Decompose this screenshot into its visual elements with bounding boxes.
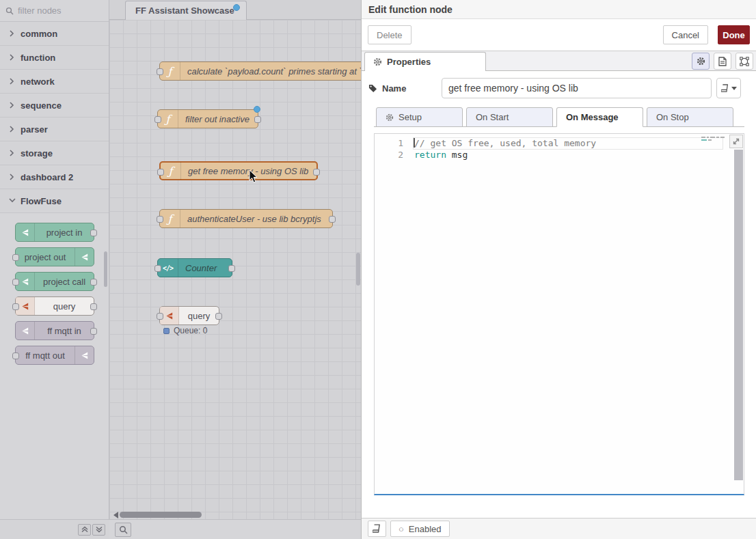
function-node-filter-out-inactive[interactable]: ƒ filter out inactive bbox=[157, 109, 258, 128]
flow-workspace[interactable]: FF Assistant Showcase ƒ calculate `paylo… bbox=[109, 0, 361, 539]
palette-node-query[interactable]: query bbox=[15, 296, 94, 316]
node-port[interactable] bbox=[90, 279, 97, 286]
palette-node-project-in[interactable]: project in bbox=[15, 223, 94, 242]
function-node-calculate-primes[interactable]: ƒ calculate `payload.count` primes start… bbox=[159, 61, 361, 81]
editor-scrollbar[interactable] bbox=[734, 150, 743, 480]
node-port[interactable] bbox=[157, 68, 163, 75]
palette-node-label: query bbox=[35, 301, 94, 312]
node-port[interactable] bbox=[254, 116, 261, 123]
caret-down-icon bbox=[731, 87, 737, 90]
editor-expand-button[interactable] bbox=[729, 135, 743, 148]
node-port[interactable] bbox=[329, 216, 336, 223]
palette-category-sequence[interactable]: sequence bbox=[0, 94, 109, 118]
palette-category-common[interactable]: common bbox=[0, 22, 109, 46]
node-enabled-toggle[interactable]: ○ Enabled bbox=[390, 521, 450, 537]
code-line[interactable]: 2 return msg bbox=[375, 149, 744, 161]
code-keyword: return bbox=[414, 150, 446, 160]
code-line[interactable]: 1 // get OS free, used, total memory bbox=[375, 137, 744, 149]
palette-category-label: storage bbox=[21, 148, 53, 158]
node-red-editor: common function network sequence parser … bbox=[0, 0, 756, 539]
palette-collapse-categories-button[interactable] bbox=[78, 524, 91, 536]
palette-category-label: common bbox=[21, 29, 57, 39]
cancel-button[interactable]: Cancel bbox=[663, 25, 708, 44]
node-port[interactable] bbox=[228, 265, 235, 272]
palette-node-project-call[interactable]: project call bbox=[15, 272, 94, 291]
function-node-get-free-memory[interactable]: ƒ get free memory - using OS lib bbox=[159, 161, 318, 180]
palette-category-function[interactable]: function bbox=[0, 46, 109, 70]
tab-setup[interactable]: Setup bbox=[376, 107, 463, 127]
flow-tab-label: FF Assistant Showcase bbox=[135, 5, 234, 16]
panel-title: Edit function node bbox=[368, 4, 453, 15]
double-chevron-up-icon bbox=[81, 526, 88, 533]
palette-node-ff-mqtt-in[interactable]: ff mqtt in bbox=[15, 321, 94, 340]
node-port[interactable] bbox=[215, 313, 222, 320]
done-button[interactable]: Done bbox=[718, 25, 750, 44]
delete-button[interactable]: Delete bbox=[368, 25, 411, 44]
code-editor[interactable]: 1 // get OS free, used, total memory 2 r… bbox=[374, 133, 744, 495]
palette-category-dashboard2[interactable]: dashboard 2 bbox=[0, 165, 109, 189]
node-label: filter out inactive bbox=[178, 114, 258, 124]
node-port[interactable] bbox=[154, 116, 161, 123]
palette-expand-categories-button[interactable] bbox=[92, 524, 105, 536]
flowfuse-icon bbox=[75, 248, 94, 266]
palette-category-storage[interactable]: storage bbox=[0, 141, 109, 165]
status-dot-icon bbox=[163, 328, 170, 334]
node-port[interactable] bbox=[90, 230, 97, 236]
node-port[interactable] bbox=[154, 265, 161, 272]
node-port[interactable] bbox=[90, 303, 97, 310]
line-number: 1 bbox=[375, 137, 414, 149]
palette-node-project-out[interactable]: project out bbox=[15, 247, 94, 266]
name-input[interactable] bbox=[442, 78, 712, 98]
library-dropdown-button[interactable] bbox=[716, 78, 741, 98]
line-number: 2 bbox=[375, 149, 414, 161]
palette-category-label: function bbox=[21, 53, 55, 63]
palette-category-parser[interactable]: parser bbox=[0, 118, 109, 141]
scrollbar-thumb[interactable] bbox=[120, 512, 202, 518]
tab-on-start[interactable]: On Start bbox=[466, 107, 553, 127]
appearance-view-button[interactable] bbox=[735, 53, 753, 70]
scroll-left-arrow-icon[interactable] bbox=[113, 512, 118, 519]
palette-category-network[interactable]: network bbox=[0, 70, 109, 94]
tab-label: On Message bbox=[566, 112, 619, 122]
flow-tab[interactable]: FF Assistant Showcase bbox=[125, 1, 247, 20]
tab-on-stop[interactable]: On Stop bbox=[647, 107, 733, 127]
node-port[interactable] bbox=[12, 303, 19, 310]
palette-node-label: ff mqtt out bbox=[16, 350, 75, 361]
description-view-button[interactable] bbox=[714, 53, 731, 70]
node-label: authenticateUser - use lib bcryptjs bbox=[180, 214, 332, 224]
node-port[interactable] bbox=[313, 169, 320, 176]
node-port[interactable] bbox=[157, 169, 164, 176]
canvas-horizontal-scrollbar[interactable] bbox=[109, 511, 361, 519]
workspace-tab-bar: FF Assistant Showcase bbox=[109, 0, 361, 20]
palette-node-label: project in bbox=[35, 227, 94, 238]
palette-scrollbar[interactable] bbox=[104, 251, 107, 287]
chevron-right-icon bbox=[9, 30, 14, 37]
properties-view-button[interactable] bbox=[692, 53, 710, 70]
name-field-row: Name bbox=[368, 78, 750, 98]
node-port[interactable] bbox=[12, 279, 19, 286]
tab-properties[interactable]: Properties bbox=[364, 52, 486, 71]
workspace-grid[interactable] bbox=[109, 20, 361, 519]
palette-node-ff-mqtt-out[interactable]: ff mqtt out bbox=[15, 346, 94, 365]
palette-search-box[interactable] bbox=[0, 0, 109, 22]
node-port[interactable] bbox=[157, 216, 163, 223]
palette-search-input[interactable] bbox=[18, 5, 93, 16]
editor-minimap[interactable] bbox=[701, 137, 725, 143]
node-port[interactable] bbox=[12, 254, 19, 261]
tab-on-message[interactable]: On Message bbox=[556, 107, 643, 127]
template-node-counter[interactable]: </> Counter bbox=[157, 258, 232, 277]
flowfuse-icon bbox=[16, 322, 35, 340]
node-port[interactable] bbox=[90, 328, 97, 335]
changed-indicator bbox=[254, 106, 260, 113]
text-cursor bbox=[414, 138, 415, 148]
chevron-right-icon bbox=[9, 54, 14, 61]
node-port[interactable] bbox=[157, 313, 163, 320]
node-label: query bbox=[179, 311, 219, 321]
search-flows-button[interactable] bbox=[115, 523, 131, 537]
query-node[interactable]: query bbox=[159, 306, 219, 325]
node-port[interactable] bbox=[12, 353, 19, 359]
function-node-authenticate-user[interactable]: ƒ authenticateUser - use lib bcryptjs bbox=[159, 209, 333, 228]
palette-category-flowfuse[interactable]: FlowFuse bbox=[0, 189, 109, 213]
library-button[interactable] bbox=[368, 521, 386, 537]
canvas-vertical-scrollbar[interactable] bbox=[356, 253, 360, 286]
